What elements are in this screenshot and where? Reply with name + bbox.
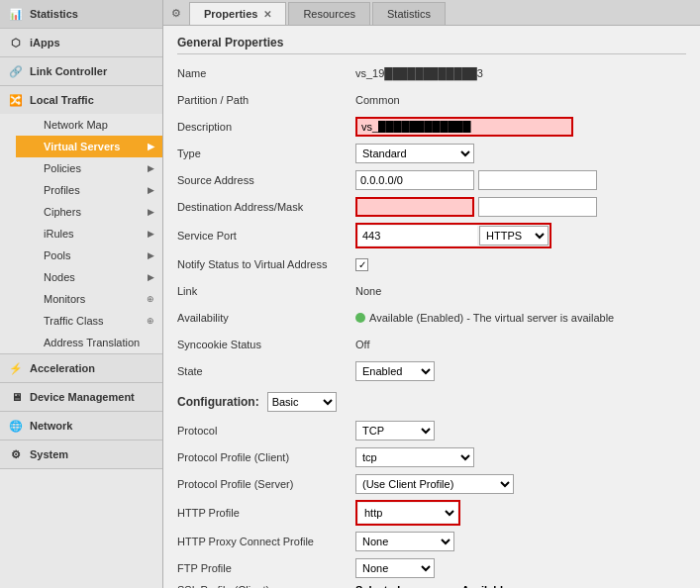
field-service-port: Service Port HTTPS HTTP [177,223,686,248]
arrow-icon: ▶ [148,142,154,151]
available-label: Available [461,584,509,588]
field-link: Link None [177,280,686,302]
link-value: None [355,285,381,297]
field-syncookie: Syncookie Status Off [177,334,686,355]
http-profile-select[interactable]: http None [358,503,457,523]
sidebar-item-ciphers[interactable]: Ciphers ▶ [16,201,162,223]
name-value: vs_19████████████3 [355,67,483,79]
destination-input[interactable] [355,197,474,217]
protocol-server-select[interactable]: (Use Client Profile) [355,474,514,494]
tab-resources[interactable]: Resources [288,2,370,25]
sidebar-item-address-translation[interactable]: Address Translation [16,332,162,353]
protocol-select[interactable]: HTTPS HTTP [479,226,549,245]
sidebar-item-iapps[interactable]: ⬡ iApps [0,29,162,56]
source-address-input[interactable] [355,170,474,190]
availability-dot [355,313,365,323]
field-http-proxy: HTTP Proxy Connect Profile None [177,531,686,552]
acceleration-icon: ⚡ [8,360,24,376]
sidebar-item-policies[interactable]: Policies ▶ [16,157,162,179]
arrow-icon: ▶ [148,229,154,239]
link-icon: 🔗 [8,63,24,79]
circle-plus-icon: ⊕ [147,316,154,326]
field-protocol-server: Protocol Profile (Server) (Use Client Pr… [177,473,686,495]
description-input[interactable] [355,117,573,137]
field-type: Type Standard [177,143,686,164]
service-port-input[interactable] [358,226,477,245]
availability-value: Available (Enabled) - The virtual server… [369,312,614,324]
sidebar-section-system: ⚙ System [0,441,162,469]
tab-close-icon[interactable]: ✕ [263,9,271,20]
sidebar-item-traffic-class[interactable]: Traffic Class ⊕ [16,310,162,332]
tabs-bar: ⚙ Properties ✕ Resources Statistics [163,0,700,26]
arrow-icon: ▶ [148,250,154,260]
partition-value: Common [355,94,400,106]
sidebar-item-monitors[interactable]: Monitors ⊕ [16,288,162,310]
sidebar-item-system[interactable]: ⚙ System [0,441,162,468]
field-source-address: Source Address [177,169,686,191]
sidebar-item-virtual-servers[interactable]: Virtual Servers ▶ [16,136,162,157]
arrow-icon: ▶ [148,207,154,217]
sidebar-section-network: 🌐 Network [0,412,162,441]
sidebar-item-acceleration[interactable]: ⚡ Acceleration [0,354,162,382]
sidebar-item-device-management[interactable]: 🖥 Device Management [0,383,162,411]
protocol-select[interactable]: TCP UDP [355,421,435,441]
tab-statistics[interactable]: Statistics [372,2,446,25]
sidebar-item-irules[interactable]: iRules ▶ [16,223,162,245]
sidebar: 📊 Statistics ⬡ iApps 🔗 Link Controller 🔀… [0,0,163,588]
field-ftp-profile: FTP Profile None [177,557,686,579]
source-address-extra[interactable] [478,170,597,190]
state-select[interactable]: Enabled Disabled [355,361,435,381]
syncookie-value: Off [355,339,369,350]
general-properties-title: General Properties [177,36,686,54]
sidebar-section-iapps: ⬡ iApps [0,29,162,57]
type-select[interactable]: Standard [355,144,474,163]
sidebar-item-local-traffic[interactable]: 🔀 Local Traffic [0,86,162,114]
arrow-icon: ▶ [148,272,154,282]
sidebar-item-nodes[interactable]: Nodes ▶ [16,266,162,288]
circle-plus-icon: ⊕ [147,294,154,304]
field-availability: Availability Available (Enabled) - The v… [177,307,686,329]
arrow-icon: ▶ [148,185,154,195]
field-description: Description [177,116,686,138]
field-protocol: Protocol TCP UDP [177,420,686,441]
sidebar-item-profiles[interactable]: Profiles ▶ [16,179,162,201]
sidebar-item-network-map[interactable]: Network Map [16,114,162,136]
main-panel: ⚙ Properties ✕ Resources Statistics Gene… [163,0,700,588]
sidebar-section-local-traffic: 🔀 Local Traffic Network Map Virtual Serv… [0,86,162,354]
field-state: State Enabled Disabled [177,360,686,382]
protocol-client-select[interactable]: tcp [355,447,474,467]
network-icon: 🌐 [8,418,24,434]
local-traffic-items: Network Map Virtual Servers ▶ Policies ▶… [0,114,162,353]
field-ssl-profile-client: SSL Profile (Client) Selected Available … [177,584,686,588]
destination-mask[interactable] [478,197,597,217]
sidebar-section-link-controller: 🔗 Link Controller [0,57,162,86]
tabs-settings-icon[interactable]: ⚙ [163,3,189,24]
field-destination: Destination Address/Mask [177,196,686,218]
http-proxy-select[interactable]: None [355,532,454,551]
statistics-icon: 📊 [8,6,24,22]
config-mode-select[interactable]: Basic Advanced [267,392,337,412]
sidebar-section-statistics: 📊 Statistics [0,0,162,29]
sidebar-section-acceleration: ⚡ Acceleration [0,354,162,383]
service-port-highlight: HTTPS HTTP [355,223,551,248]
field-protocol-client: Protocol Profile (Client) tcp [177,446,686,468]
sidebar-section-device-management: 🖥 Device Management [0,383,162,412]
sidebar-item-statistics[interactable]: 📊 Statistics [0,0,162,28]
tab-properties[interactable]: Properties ✕ [189,2,286,25]
iapps-icon: ⬡ [8,35,24,50]
sidebar-item-network[interactable]: 🌐 Network [0,412,162,440]
arrow-icon: ▶ [148,163,154,173]
selected-label: Selected [355,584,400,588]
http-profile-highlight: http None [355,500,460,526]
device-icon: 🖥 [8,389,24,405]
system-icon: ⚙ [8,446,24,462]
field-partition: Partition / Path Common [177,89,686,111]
sidebar-item-link-controller[interactable]: 🔗 Link Controller [0,57,162,85]
ssl-profile-client-container: Selected Available /Common vip-adyc-com [355,584,700,588]
notify-checkbox[interactable]: ✓ [355,258,368,271]
ftp-profile-select[interactable]: None [355,558,435,578]
field-name: Name vs_19████████████3 [177,62,686,84]
field-http-profile: HTTP Profile http None [177,500,686,526]
sidebar-item-pools[interactable]: Pools ▶ [16,245,162,266]
field-notify-status: Notify Status to Virtual Address ✓ [177,253,686,275]
